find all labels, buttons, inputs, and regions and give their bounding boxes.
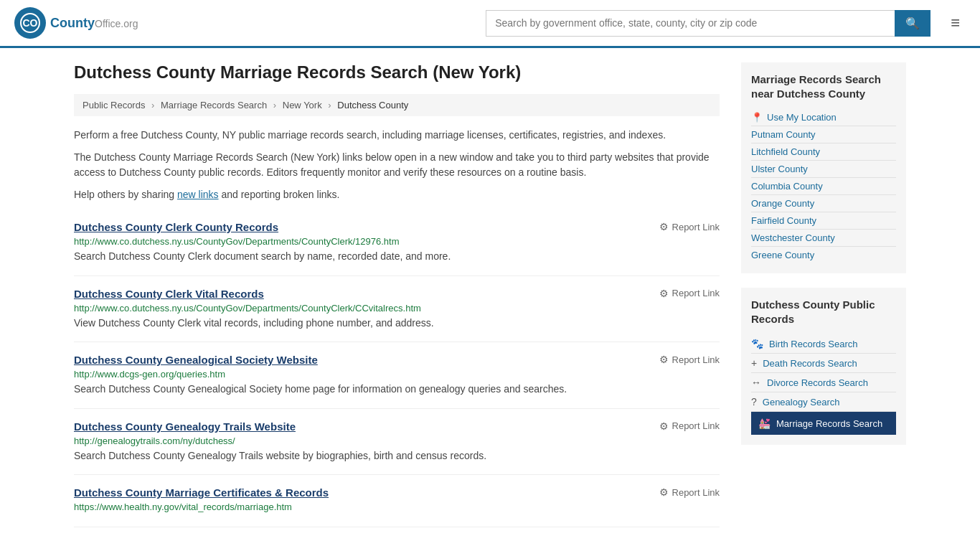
logo-icon: CO [14, 7, 46, 39]
main-content: Dutchess County Marriage Records Search … [74, 62, 720, 527]
result-desc-3: Search Dutchess County Genealogy Trails … [74, 449, 720, 463]
report-text-4: Report Link [672, 487, 720, 498]
report-text-0: Report Link [672, 222, 720, 232]
report-icon-1: ⚙ [659, 288, 669, 299]
report-text-2: Report Link [672, 354, 720, 365]
record-link-4[interactable]: 💒Marriage Records Search [751, 412, 896, 435]
rec-label-1: Death Records Search [763, 358, 857, 369]
result-header-1: Dutchess County Clerk Vital Records ⚙ Re… [74, 288, 720, 300]
sidebar-nearby-section: Marriage Records Search near Dutchess Co… [741, 62, 906, 273]
nearby-county-1[interactable]: Litchfield County [751, 143, 896, 161]
rec-icon-4: 💒 [758, 418, 771, 429]
main-container: Dutchess County Marriage Records Search … [60, 48, 920, 542]
rec-label-3: Genealogy Search [763, 397, 840, 408]
menu-button[interactable]: ≡ [945, 11, 966, 35]
record-link-0[interactable]: 🐾Birth Records Search [751, 334, 896, 354]
rec-label-0: Birth Records Search [769, 339, 858, 349]
sidebar: Marriage Records Search near Dutchess Co… [741, 62, 906, 527]
breadcrumb: Public Records › Marriage Records Search… [74, 94, 720, 116]
report-link-1[interactable]: ⚙ Report Link [659, 288, 720, 299]
report-text-3: Report Link [672, 420, 720, 431]
result-title-2[interactable]: Dutchess County Genealogical Society Web… [74, 354, 318, 366]
report-icon-4: ⚙ [659, 486, 669, 498]
nearby-county-6[interactable]: Westchester County [751, 230, 896, 247]
description-para3: Help others by sharing new links and rep… [74, 187, 720, 202]
result-title-1[interactable]: Dutchess County Clerk Vital Records [74, 288, 264, 300]
report-icon-0: ⚙ [659, 221, 669, 232]
result-header-2: Dutchess County Genealogical Society Web… [74, 354, 720, 366]
result-desc-0: Search Dutchess County Clerk document se… [74, 250, 720, 264]
search-button[interactable]: 🔍 [895, 10, 930, 37]
report-icon-3: ⚙ [659, 420, 669, 432]
location-pin-icon: 📍 [751, 112, 763, 123]
search-input[interactable] [486, 10, 895, 37]
logo-link[interactable]: CO CountyOffice.org [14, 7, 138, 39]
nearby-county-5[interactable]: Fairfield County [751, 212, 896, 230]
records-list: 🐾Birth Records Search+Death Records Sear… [751, 334, 896, 435]
report-icon-2: ⚙ [659, 354, 669, 365]
rec-icon-3: ? [751, 396, 757, 408]
results-container: Dutchess County Clerk County Records ⚙ R… [74, 209, 720, 527]
nearby-county-2[interactable]: Ulster County [751, 161, 896, 178]
nearby-county-3[interactable]: Columbia County [751, 178, 896, 195]
report-link-0[interactable]: ⚙ Report Link [659, 221, 720, 232]
page-title: Dutchess County Marriage Records Search … [74, 62, 720, 83]
logo-text: CountyOffice.org [50, 16, 138, 31]
use-my-location-link[interactable]: 📍 Use My Location [751, 109, 896, 126]
result-header-0: Dutchess County Clerk County Records ⚙ R… [74, 221, 720, 233]
sidebar-records-section: Dutchess County Public Records 🐾Birth Re… [741, 288, 906, 445]
record-link-2[interactable]: ↔Divorce Records Search [751, 373, 896, 392]
result-item: Dutchess County Clerk Vital Records ⚙ Re… [74, 276, 720, 343]
record-link-3[interactable]: ?Genealogy Search [751, 392, 896, 412]
report-text-1: Report Link [672, 288, 720, 298]
rec-label-4: Marriage Records Search [776, 418, 882, 429]
result-url-0: http://www.co.dutchess.ny.us/CountyGov/D… [74, 236, 720, 247]
result-title-0[interactable]: Dutchess County Clerk County Records [74, 221, 278, 233]
report-link-3[interactable]: ⚙ Report Link [659, 420, 720, 432]
result-desc-2: Search Dutchess County Genealogical Soci… [74, 382, 720, 397]
report-link-4[interactable]: ⚙ Report Link [659, 486, 720, 498]
result-item: Dutchess County Genealogical Society Web… [74, 342, 720, 409]
result-url-2: http://www.dcgs-gen.org/queries.htm [74, 369, 720, 380]
rec-icon-0: 🐾 [751, 338, 763, 349]
result-desc-1: View Dutchess County Clerk vital records… [74, 316, 720, 331]
description-para1: Perform a free Dutchess County, NY publi… [74, 128, 720, 143]
nearby-counties-list: Putnam CountyLitchfield CountyUlster Cou… [751, 126, 896, 263]
rec-label-2: Divorce Records Search [767, 377, 868, 388]
rec-icon-2: ↔ [751, 377, 761, 388]
record-link-1[interactable]: +Death Records Search [751, 354, 896, 373]
nearby-county-7[interactable]: Greene County [751, 247, 896, 263]
svg-text:CO: CO [23, 17, 38, 29]
new-links-link[interactable]: new links [177, 189, 219, 200]
report-link-2[interactable]: ⚙ Report Link [659, 354, 720, 365]
sidebar-records-title: Dutchess County Public Records [751, 298, 896, 326]
result-url-1: http://www.co.dutchess.ny.us/CountyGov/D… [74, 303, 720, 314]
nearby-county-0[interactable]: Putnam County [751, 126, 896, 143]
result-url-3: http://genealogytrails.com/ny/dutchess/ [74, 435, 720, 446]
result-url-4: https://www.health.ny.gov/vital_records/… [74, 501, 720, 512]
sidebar-nearby-title: Marriage Records Search near Dutchess Co… [751, 72, 896, 100]
breadcrumb-new-york[interactable]: New York [283, 100, 322, 110]
result-title-3[interactable]: Dutchess County Genealogy Trails Website [74, 420, 296, 433]
search-area: 🔍 [486, 10, 930, 37]
header: CO CountyOffice.org 🔍 ≡ [0, 0, 980, 48]
result-header-4: Dutchess County Marriage Certificates & … [74, 486, 720, 499]
breadcrumb-public-records[interactable]: Public Records [83, 100, 145, 110]
breadcrumb-marriage-records[interactable]: Marriage Records Search [161, 100, 267, 110]
description-para2: The Dutchess County Marriage Records Sea… [74, 150, 720, 180]
rec-icon-1: + [751, 357, 757, 369]
result-item: Dutchess County Clerk County Records ⚙ R… [74, 209, 720, 276]
result-item: Dutchess County Genealogy Trails Website… [74, 409, 720, 476]
breadcrumb-current: Dutchess County [337, 100, 408, 110]
result-title-4[interactable]: Dutchess County Marriage Certificates & … [74, 486, 329, 499]
result-item: Dutchess County Marriage Certificates & … [74, 475, 720, 527]
result-header-3: Dutchess County Genealogy Trails Website… [74, 420, 720, 433]
nearby-county-4[interactable]: Orange County [751, 195, 896, 212]
